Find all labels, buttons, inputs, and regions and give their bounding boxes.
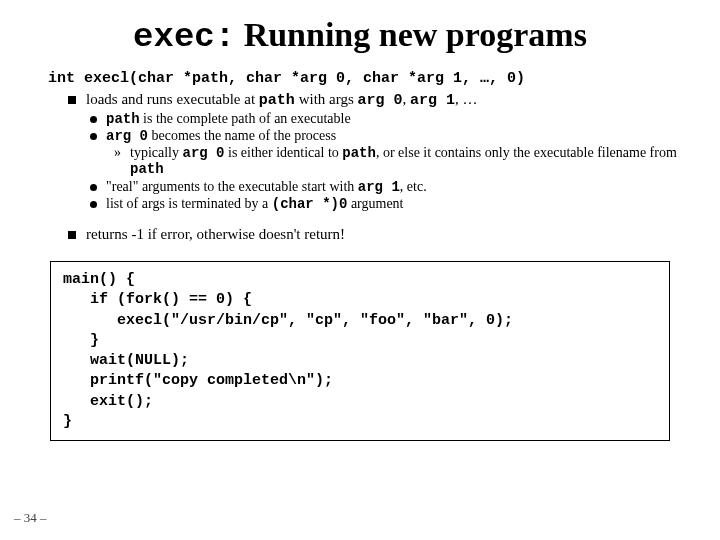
text: , <box>403 91 411 107</box>
text: becomes the name of the process <box>148 128 336 143</box>
bullet-list: loads and runs executable at path with a… <box>68 91 680 243</box>
list-item: "real" arguments to the executable start… <box>90 179 680 195</box>
code-text: arg 1 <box>410 92 455 109</box>
list-item: typically arg 0 is either identical to p… <box>114 145 680 177</box>
function-signature: int execl(char *path, char *arg 0, char … <box>48 70 680 87</box>
title-rest: Running new programs <box>235 16 587 53</box>
list-item: returns -1 if error, otherwise doesn't r… <box>68 226 680 243</box>
text: list of args is terminated by a <box>106 196 272 211</box>
code-text: path <box>130 161 164 177</box>
code-text: arg 0 <box>183 145 225 161</box>
code-text: arg 0 <box>106 128 148 144</box>
code-text: (char *)0 <box>272 196 348 212</box>
code-text: arg 0 <box>358 92 403 109</box>
title-mono: exec: <box>133 18 235 56</box>
text: , etc. <box>400 179 427 194</box>
list-item: list of args is terminated by a (char *)… <box>90 196 680 212</box>
code-text: path <box>259 92 295 109</box>
spacer <box>68 214 680 224</box>
text: "real" arguments to the executable start… <box>106 179 358 194</box>
list-item: loads and runs executable at path with a… <box>68 91 680 212</box>
text: argument <box>347 196 403 211</box>
list-item: arg 0 becomes the name of the process ty… <box>90 128 680 177</box>
text: is either identical to <box>225 145 343 160</box>
text: returns -1 if error, otherwise doesn't r… <box>86 226 345 242</box>
text: is the complete path of an executable <box>140 111 351 126</box>
sub-list: path is the complete path of an executab… <box>90 111 680 212</box>
slide-title: exec: Running new programs <box>40 16 680 56</box>
code-text: path <box>342 145 376 161</box>
page-number: – 34 – <box>14 510 47 526</box>
list-item: path is the complete path of an executab… <box>90 111 680 127</box>
sub-sub-list: typically arg 0 is either identical to p… <box>114 145 680 177</box>
code-text: arg 1 <box>358 179 400 195</box>
text: with args <box>295 91 358 107</box>
text: loads and runs executable at <box>86 91 259 107</box>
slide: exec: Running new programs int execl(cha… <box>0 0 720 441</box>
text: , or else it contains only the executabl… <box>376 145 677 160</box>
text: , … <box>455 91 478 107</box>
text: typically <box>130 145 183 160</box>
code-text: path <box>106 111 140 127</box>
code-block: main() { if (fork() == 0) { execl("/usr/… <box>50 261 670 441</box>
